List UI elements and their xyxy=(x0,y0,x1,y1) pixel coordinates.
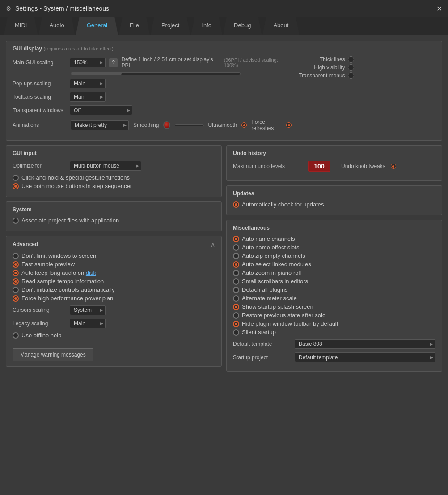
misc-option-9: Restore previous state after solo xyxy=(233,312,435,319)
auto-check-radio[interactable] xyxy=(233,201,239,208)
help-button[interactable]: ? xyxy=(109,58,118,67)
gesture-functions-radio[interactable] xyxy=(13,175,19,181)
tab-audio[interactable]: Audio xyxy=(38,17,75,35)
offline-help-radio[interactable] xyxy=(13,332,19,339)
misc-radio-1[interactable] xyxy=(233,244,239,251)
tab-about[interactable]: About xyxy=(262,17,299,35)
smoothing-slider[interactable] xyxy=(175,124,204,126)
left-column: GUI input Optimize for Multi-button mous… xyxy=(6,145,222,372)
misc-option-8: Show startup splash screen xyxy=(233,303,435,310)
ppi-text: Define 1 inch / 2.54 cm or set display's… xyxy=(121,56,220,69)
toolbars-scaling-dropdown[interactable]: Main xyxy=(70,92,106,102)
offline-help-label: Use offline help xyxy=(21,332,61,339)
tab-project[interactable]: Project xyxy=(151,17,190,35)
tab-debug[interactable]: Debug xyxy=(223,17,262,35)
thick-lines-check[interactable] xyxy=(348,56,354,63)
misc-option-2: Auto zip empty channels xyxy=(233,252,435,259)
default-template-label: Default template xyxy=(233,341,291,347)
gui-right-checks: Thick lines High visibility Transparent … xyxy=(299,56,354,135)
misc-option-0: Auto name channels xyxy=(233,235,435,242)
read-sample-radio[interactable] xyxy=(13,278,19,285)
transparent-menus-check[interactable] xyxy=(348,72,354,79)
legacy-scaling-dropdown[interactable]: Main xyxy=(70,319,106,328)
fast-sample-radio[interactable] xyxy=(13,261,19,268)
advanced-title: Advanced xyxy=(13,241,38,248)
auto-keep-row: Auto keep long audio on disk xyxy=(13,269,215,276)
optimize-for-row: Optimize for Multi-button mouse xyxy=(13,161,215,171)
tab-general[interactable]: General xyxy=(76,17,118,35)
misc-label-5: Small scrollbars in editors xyxy=(242,278,308,285)
popups-scaling-dropdown[interactable]: Main xyxy=(70,79,106,88)
animations-row: Animations Make it pretty Smoothing Ultr… xyxy=(13,119,292,131)
undo-knob-tweaks-label: Undo knob tweaks xyxy=(341,163,385,169)
misc-radio-10[interactable] xyxy=(233,321,239,327)
gui-display-section: GUI display (requires a restart to take … xyxy=(6,41,442,141)
tab-file[interactable]: File xyxy=(119,17,150,35)
popups-scaling-row: Pop-ups scaling Main xyxy=(13,79,292,88)
misc-label-9: Restore previous state after solo xyxy=(242,312,325,319)
dont-limit-radio[interactable] xyxy=(13,253,19,259)
main-scaling-dropdown[interactable]: 150% xyxy=(70,58,106,67)
undo-knob-radio[interactable] xyxy=(391,164,396,169)
animations-dropdown[interactable]: Make it pretty xyxy=(71,120,129,130)
legacy-scaling-label: Legacy scaling xyxy=(13,320,66,327)
toolbars-scaling-label: Toolbars scaling xyxy=(13,94,66,100)
misc-radio-6[interactable] xyxy=(233,287,239,293)
manage-warnings-button[interactable]: Manage warning messages xyxy=(13,348,93,361)
step-sequencer-radio[interactable] xyxy=(13,183,19,189)
close-button[interactable]: ✕ xyxy=(436,4,442,13)
misc-option-11: Silent startup xyxy=(233,329,435,336)
transparent-menus-row: Transparent menus xyxy=(299,72,354,79)
transparent-windows-label: Transparent windows xyxy=(13,107,66,113)
title-bar: ⚙ Settings - System / miscellaneous ✕ xyxy=(0,0,448,17)
gesture-functions-label: Click-and-hold & special gesture functio… xyxy=(21,174,130,181)
collapse-icon[interactable]: ∧ xyxy=(211,241,215,248)
fast-sample-label: Fast sample preview xyxy=(21,261,75,268)
cursors-scaling-dropdown[interactable]: System xyxy=(70,305,106,315)
misc-radio-2[interactable] xyxy=(233,253,239,259)
disk-link[interactable]: disk xyxy=(86,269,96,276)
force-power-radio[interactable] xyxy=(13,295,19,302)
startup-project-label: Startup project xyxy=(233,354,291,361)
smoothing-knob[interactable] xyxy=(163,121,170,129)
advanced-header: Advanced ∧ xyxy=(13,241,215,248)
fast-sample-row: Fast sample preview xyxy=(13,261,215,268)
high-visibility-check[interactable] xyxy=(348,64,354,71)
dont-init-radio[interactable] xyxy=(13,287,19,293)
force-refreshes-label: Force refreshes xyxy=(251,119,282,131)
tab-info[interactable]: Info xyxy=(191,17,222,35)
misc-label-0: Auto name channels xyxy=(242,235,295,242)
system-title: System xyxy=(13,206,215,213)
misc-option-5: Small scrollbars in editors xyxy=(233,278,435,285)
ppi-slider[interactable] xyxy=(71,72,241,75)
step-sequencer-row: Use both mouse buttons in step sequencer xyxy=(13,183,215,189)
dont-limit-row: Don't limit windows to screen xyxy=(13,252,215,259)
dont-init-row: Don't initialize controls automatically xyxy=(13,286,215,293)
misc-radio-8[interactable] xyxy=(233,304,239,310)
max-undo-input[interactable]: 100 xyxy=(308,161,330,172)
default-template-dropdown[interactable]: Basic 808 xyxy=(295,339,435,349)
force-power-row: Force high performance power plan xyxy=(13,295,215,302)
misc-radio-3[interactable] xyxy=(233,261,239,268)
misc-radio-0[interactable] xyxy=(233,236,239,242)
misc-radio-11[interactable] xyxy=(233,329,239,336)
optimize-for-dropdown[interactable]: Multi-button mouse xyxy=(70,161,141,171)
misc-label-3: Auto select linked modules xyxy=(242,261,311,268)
undo-history-title: Undo history xyxy=(233,150,435,156)
misc-label-6: Detach all plugins xyxy=(242,286,288,293)
auto-keep-radio[interactable] xyxy=(13,270,19,276)
transparent-windows-dropdown[interactable]: Off xyxy=(70,105,132,115)
ultrasmooth-radio[interactable] xyxy=(241,122,247,128)
force-refreshes-radio[interactable] xyxy=(286,122,292,128)
startup-project-dropdown[interactable]: Default template xyxy=(295,352,435,362)
misc-option-3: Auto select linked modules xyxy=(233,261,435,268)
misc-radio-5[interactable] xyxy=(233,278,239,285)
misc-label-11: Silent startup xyxy=(242,329,276,336)
associate-radio[interactable] xyxy=(13,218,19,224)
misc-option-7: Alternate meter scale xyxy=(233,295,435,302)
associate-row: Associate project files with application xyxy=(13,217,215,224)
tab-midi[interactable]: MIDI xyxy=(4,17,38,35)
misc-radio-7[interactable] xyxy=(233,295,239,302)
misc-radio-4[interactable] xyxy=(233,270,239,276)
misc-radio-9[interactable] xyxy=(233,312,239,319)
